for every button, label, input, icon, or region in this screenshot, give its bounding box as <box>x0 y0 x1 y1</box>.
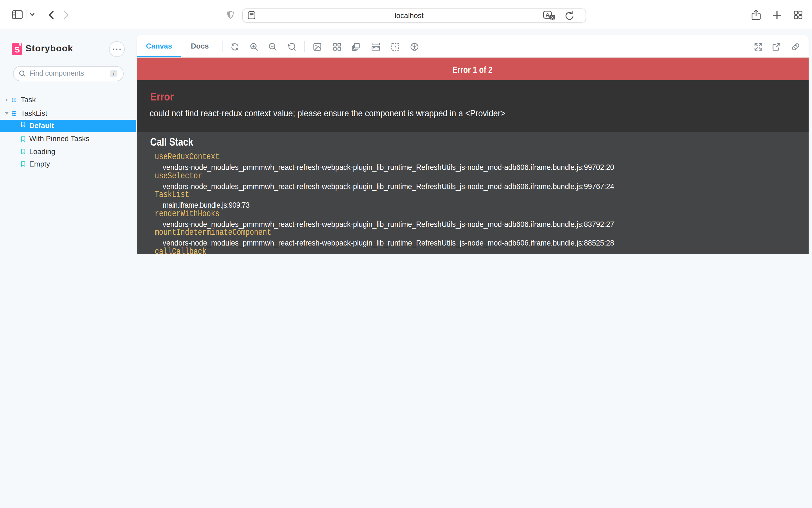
svg-text:S: S <box>14 45 19 54</box>
svg-text:x: x <box>551 15 554 19</box>
svg-text:A: A <box>545 12 549 18</box>
